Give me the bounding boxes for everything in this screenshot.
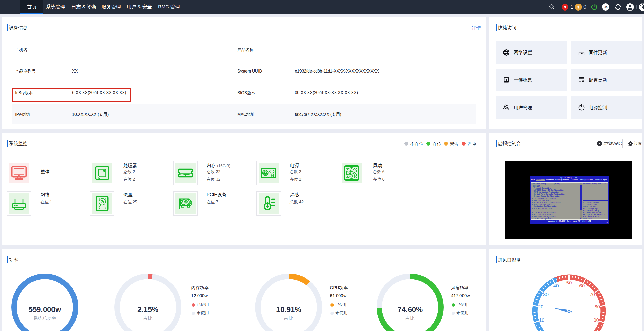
svg-text:30: 30 <box>543 292 549 297</box>
svg-text:20: 20 <box>538 304 543 309</box>
svg-text:80: 80 <box>595 304 600 309</box>
svg-text:70: 70 <box>589 292 595 297</box>
svg-text:90: 90 <box>594 317 599 323</box>
svg-text:50: 50 <box>566 280 572 285</box>
svg-text:10: 10 <box>539 317 544 323</box>
svg-text:UID: UID <box>604 6 608 8</box>
svg-text:40: 40 <box>553 283 559 288</box>
svg-text:60: 60 <box>579 283 585 288</box>
